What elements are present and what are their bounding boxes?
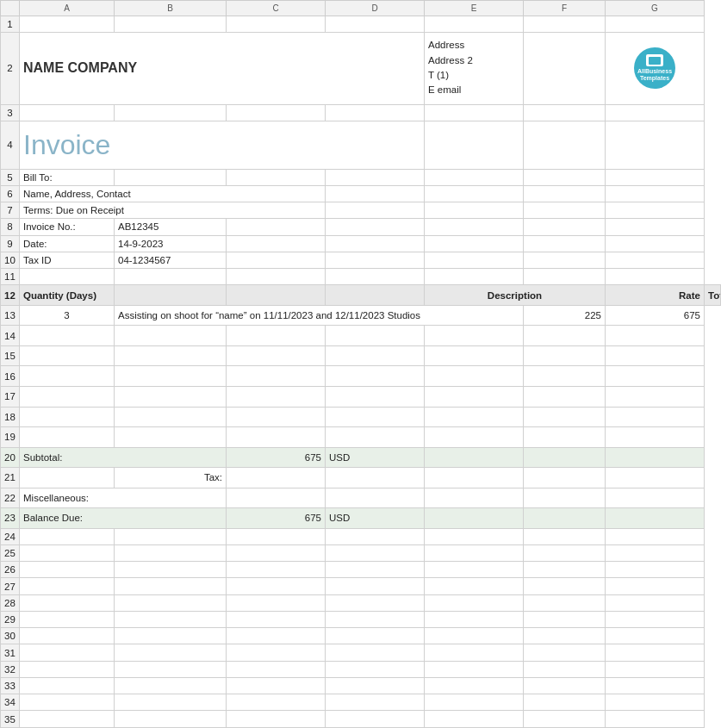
bill-to-value: Name, Address, Contact bbox=[20, 185, 326, 202]
bill-to-label: Bill To: bbox=[20, 169, 115, 185]
cell-c19 bbox=[227, 427, 326, 448]
table-row: 9 Date: 14-9-2023 bbox=[1, 235, 721, 252]
column-header-row: A B C D E F G bbox=[1, 1, 721, 16]
col-header-c: C bbox=[227, 1, 326, 16]
cell-g14 bbox=[606, 326, 705, 346]
col-header-g: G bbox=[606, 1, 705, 16]
cell-d21 bbox=[326, 468, 425, 488]
cell-f22 bbox=[524, 488, 606, 508]
row-number-8: 8 bbox=[1, 219, 20, 235]
table-row: 18 bbox=[1, 407, 721, 427]
cell-f10 bbox=[524, 252, 606, 268]
cell-g8 bbox=[606, 219, 705, 235]
invoice-title: Invoice bbox=[23, 129, 110, 160]
cell-d14 bbox=[326, 326, 425, 346]
table-row: 21 Tax: bbox=[1, 468, 721, 488]
tax-id-value: 04-1234567 bbox=[115, 252, 227, 268]
row-number-28: 28 bbox=[1, 594, 20, 611]
cell-c3 bbox=[227, 104, 326, 121]
row-number-16: 16 bbox=[1, 366, 20, 387]
cell-d1 bbox=[326, 16, 425, 33]
subtotal-label: Subtotal: bbox=[20, 447, 227, 468]
terms-cell: Terms: Due on Receipt bbox=[20, 202, 326, 219]
cell-g15 bbox=[606, 345, 705, 366]
line-item-qty: 3 bbox=[20, 305, 115, 326]
cell-f14 bbox=[524, 326, 606, 346]
cell-d12 bbox=[326, 285, 425, 306]
cell-b15 bbox=[115, 345, 227, 366]
table-row: 23 Balance Due: 675 USD bbox=[1, 508, 721, 529]
row-number-30: 30 bbox=[1, 628, 20, 644]
cell-f20 bbox=[524, 447, 606, 468]
cell-d11 bbox=[326, 269, 425, 285]
logo-text-line1: AllBusiness bbox=[637, 68, 672, 75]
cell-g6 bbox=[606, 185, 705, 202]
row-number-24: 24 bbox=[1, 528, 20, 544]
table-row: 6 Name, Address, Contact bbox=[1, 185, 721, 202]
cell-b12 bbox=[115, 285, 227, 306]
cell-f2 bbox=[524, 33, 606, 104]
cell-e3 bbox=[425, 104, 524, 121]
cell-g9 bbox=[606, 235, 705, 252]
cell-d18 bbox=[326, 407, 425, 427]
logo-icon bbox=[646, 54, 663, 66]
row-number-20: 20 bbox=[1, 447, 20, 468]
cell-e9 bbox=[425, 235, 524, 252]
line-item-rate: 225 bbox=[524, 305, 606, 326]
cell-b3 bbox=[115, 104, 227, 121]
row-number-9: 9 bbox=[1, 235, 20, 252]
cell-e18 bbox=[425, 407, 524, 427]
row-number-13: 13 bbox=[1, 305, 20, 326]
row-number-17: 17 bbox=[1, 386, 20, 407]
cell-f4 bbox=[524, 121, 606, 169]
table-row: 19 bbox=[1, 427, 721, 448]
spreadsheet: A B C D E F G 1 2 NAME COMPANY bbox=[0, 0, 721, 728]
invoice-title-cell: Invoice bbox=[20, 121, 425, 169]
col-header-e: E bbox=[425, 1, 524, 16]
table-row: 11 bbox=[1, 269, 721, 285]
line-item-total: 675 bbox=[606, 305, 705, 326]
col-header-b: B bbox=[115, 1, 227, 16]
col-header-d: D bbox=[326, 1, 425, 16]
row-number-32: 32 bbox=[1, 661, 20, 677]
table-row: 13 3 Assisting on shoot for “name” on 11… bbox=[1, 305, 721, 326]
cell-g1 bbox=[606, 16, 705, 33]
cell-c1 bbox=[227, 16, 326, 33]
logo-icon-inner bbox=[649, 57, 661, 65]
cell-d22 bbox=[326, 488, 425, 508]
row-number-2: 2 bbox=[1, 33, 20, 104]
cell-a16 bbox=[20, 366, 115, 387]
cell-e17 bbox=[425, 386, 524, 407]
cell-d16 bbox=[326, 366, 425, 387]
cell-f3 bbox=[524, 104, 606, 121]
cell-e16 bbox=[425, 366, 524, 387]
cell-c10 bbox=[227, 252, 326, 268]
balance-due-currency: USD bbox=[326, 508, 425, 529]
cell-g4 bbox=[606, 121, 705, 169]
cell-b1 bbox=[115, 16, 227, 33]
cell-e19 bbox=[425, 427, 524, 448]
row-number-15: 15 bbox=[1, 345, 20, 366]
address-line1: Address bbox=[428, 38, 519, 53]
cell-f7 bbox=[524, 202, 606, 219]
cell-f9 bbox=[524, 235, 606, 252]
row-number-6: 6 bbox=[1, 185, 20, 202]
row-number-19: 19 bbox=[1, 427, 20, 448]
header-rate: Rate bbox=[606, 285, 705, 306]
row-number-1: 1 bbox=[1, 16, 20, 33]
cell-g3 bbox=[606, 104, 705, 121]
subtotal-value: 675 bbox=[227, 447, 326, 468]
cell-d15 bbox=[326, 345, 425, 366]
cell-e5 bbox=[425, 169, 524, 185]
row-number-11: 11 bbox=[1, 269, 20, 285]
cell-d3 bbox=[326, 104, 425, 121]
col-header-a: A bbox=[20, 1, 115, 16]
table-row: 27 bbox=[1, 578, 721, 594]
cell-e4 bbox=[425, 121, 524, 169]
cell-a14 bbox=[20, 326, 115, 346]
address-line2: Address 2 bbox=[428, 53, 519, 68]
cell-a19 bbox=[20, 427, 115, 448]
table-row: 31 bbox=[1, 644, 721, 661]
header-quantity: Quantity (Days) bbox=[20, 285, 115, 306]
row-number-12: 12 bbox=[1, 285, 20, 306]
